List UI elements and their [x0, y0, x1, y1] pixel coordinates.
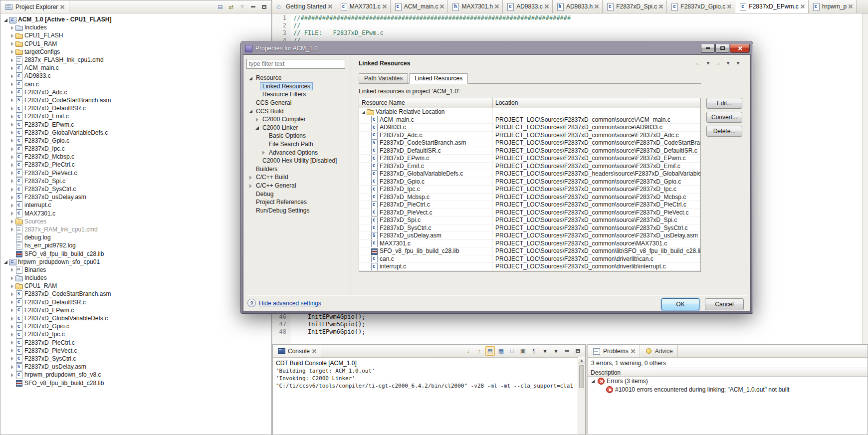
tree-item[interactable]: SFO_v8_fpu_lib_build_c28.lib	[0, 249, 271, 257]
twistie-icon[interactable]	[3, 259, 8, 264]
table-row[interactable]: F2837xD_Gpio.c PROJECT_LOC\Sources\F2837…	[359, 178, 700, 186]
view-menu-icon[interactable]	[237, 2, 247, 11]
tree-item[interactable]: SFO_v8_fpu_lib_build_c28.lib	[0, 379, 271, 387]
table-row[interactable]: SFO_v8_fpu_lib_build_c28.lib PROJECT_LOC…	[359, 247, 700, 255]
table-row[interactable]: interrupt.c PROJECT_LOC\Sources\F2837xD_…	[359, 263, 700, 271]
tree-item[interactable]: F2837xD_Spi.c	[0, 177, 271, 185]
tree-item[interactable]: interrupt.c	[0, 201, 271, 209]
table-row[interactable]: F2837xD_Emif.c PROJECT_LOC\Sources\F2837…	[359, 163, 700, 171]
project-explorer-tab[interactable]: Project Explorer	[0, 0, 69, 13]
show-console-on-output-icon[interactable]	[485, 346, 495, 356]
tree-item[interactable]: F2837xD_Gpio.c	[0, 137, 271, 145]
dialog-title-bar[interactable]: Properties for ACM_1.0	[243, 43, 751, 54]
help-icon[interactable]: ?	[247, 299, 256, 307]
problems-tab[interactable]: Problems	[588, 345, 640, 357]
twistie-icon[interactable]	[254, 125, 260, 130]
tree-item[interactable]: F2837xD_EPwm.c	[0, 120, 271, 128]
twistie-icon[interactable]	[248, 191, 253, 197]
view-menu-icon[interactable]	[734, 58, 742, 67]
close-icon[interactable]	[60, 5, 64, 9]
advice-tab[interactable]: Advice	[640, 345, 678, 357]
twistie-icon[interactable]	[9, 307, 15, 313]
twistie-icon[interactable]	[254, 158, 260, 164]
twistie-icon[interactable]	[248, 175, 253, 180]
tree-item[interactable]: can.c	[0, 80, 271, 88]
cancel-button[interactable]: Cancel	[705, 298, 744, 310]
editor-tab[interactable]: Getting Started	[272, 0, 336, 13]
nav-tree-item[interactable]: CCS Build	[245, 107, 349, 115]
editor-tab[interactable]: F2837xD_Spi.c	[603, 0, 667, 13]
editor-tab[interactable]: AD9833.h	[553, 0, 603, 13]
close-icon[interactable]	[801, 4, 805, 8]
table-row[interactable]: F2837xD_Spi.c PROJECT_LOC\Sources\F2837x…	[359, 217, 700, 224]
twistie-icon[interactable]	[361, 109, 366, 115]
close-icon[interactable]	[312, 349, 316, 353]
twistie-icon[interactable]	[9, 243, 15, 248]
table-row[interactable]: F2837xD_Ipc.c PROJECT_LOC\Sources\F2837x…	[359, 186, 700, 194]
nav-tree-item[interactable]: C2000 Hex Utility [Disabled]	[245, 157, 349, 165]
close-icon[interactable]	[659, 4, 663, 8]
table-row[interactable]: F2837xD_SysCtrl.c PROJECT_LOC\Sources\F2…	[359, 224, 700, 232]
twistie-icon[interactable]	[9, 114, 15, 119]
twistie-icon[interactable]	[9, 356, 15, 361]
word-wrap-icon[interactable]	[529, 346, 539, 356]
tree-item[interactable]: F2837xD_DefaultISR.c	[0, 104, 271, 112]
nav-tree-item[interactable]: Builders	[245, 165, 349, 174]
twistie-icon[interactable]	[9, 170, 15, 176]
table-row[interactable]: AD9833.c PROJECT_LOC\Sources\F2837xD_com…	[359, 124, 700, 132]
twistie-icon[interactable]	[254, 83, 260, 89]
twistie-icon[interactable]	[9, 49, 15, 54]
line-number[interactable]: 47	[272, 321, 290, 328]
twistie-icon[interactable]	[9, 203, 15, 208]
twistie-icon[interactable]	[248, 100, 253, 106]
twistie-icon[interactable]	[9, 130, 15, 135]
twistie-icon[interactable]	[9, 146, 15, 152]
tree-item[interactable]: F2837xD_EPwm.c	[0, 306, 271, 314]
convert-button[interactable]: Convert...	[706, 112, 742, 123]
editor-tab[interactable]: MAX7301.c	[336, 0, 391, 13]
tree-item[interactable]: F2837xD_usDelay.asm	[0, 363, 271, 371]
twistie-icon[interactable]	[9, 122, 15, 127]
tree-item[interactable]: F2837xD_SysCtrl.c	[0, 355, 271, 363]
clear-console-icon[interactable]	[507, 346, 517, 356]
tree-item[interactable]: F2837xD_PieCtrl.c	[0, 339, 271, 347]
problem-row[interactable]: #10010 errors encountered during linking…	[588, 385, 868, 394]
nav-tree-item[interactable]: Resource	[245, 74, 349, 82]
edit-button[interactable]: Edit...	[706, 98, 742, 109]
table-row[interactable]: F2837xD_Mcbsp.c PROJECT_LOC\Sources\F283…	[359, 194, 700, 202]
twistie-icon[interactable]	[9, 195, 15, 200]
tree-item[interactable]: debug.log	[0, 233, 271, 241]
editor-tab[interactable]: ACM_main.c	[391, 0, 448, 13]
tree-content-divider[interactable]	[351, 55, 351, 295]
scroll-lock-icon[interactable]	[518, 346, 528, 356]
twistie-icon[interactable]	[9, 73, 15, 79]
new-console-menu-icon[interactable]	[540, 346, 550, 356]
back-menu-icon[interactable]	[704, 58, 712, 67]
tree-item[interactable]: F2837xD_Emif.c	[0, 112, 271, 120]
close-button[interactable]	[730, 44, 750, 53]
nav-tree-item[interactable]: C/C++ Build	[245, 173, 349, 182]
column-resource-name[interactable]: Resource Name	[359, 98, 493, 108]
twistie-icon[interactable]	[9, 211, 15, 216]
table-row[interactable]: F2837xD_CodeStartBranch.asm PROJECT_LOC\…	[359, 139, 700, 147]
nav-tree-item[interactable]: Project References	[245, 198, 349, 207]
twistie-icon[interactable]	[9, 316, 15, 321]
close-icon[interactable]	[328, 4, 332, 8]
twistie-icon[interactable]	[3, 17, 8, 22]
pin-console-icon[interactable]	[496, 346, 506, 356]
nav-tree-item[interactable]: Linked Resources	[245, 82, 349, 91]
table-row[interactable]: F2837xD_Adc.c PROJECT_LOC\Sources\F2837x…	[359, 132, 700, 140]
twistie-icon[interactable]	[9, 324, 15, 329]
tree-item[interactable]: Includes	[0, 274, 271, 282]
hide-advanced-settings-link[interactable]: Hide advanced settings	[259, 300, 321, 307]
tree-item[interactable]: F2837xD_SysCtrl.c	[0, 185, 271, 193]
twistie-icon[interactable]	[9, 372, 15, 378]
twistie-icon[interactable]	[254, 92, 260, 97]
tree-item[interactable]: F2837xD_CodeStartBranch.asm	[0, 96, 271, 104]
tree-item[interactable]: F2837xD_Ipc.c	[0, 145, 271, 153]
table-row[interactable]: F2837xD_usDelay.asm PROJECT_LOC\Sources\…	[359, 232, 700, 240]
collapse-all-icon[interactable]	[216, 2, 225, 11]
tree-item[interactable]: F2837xD_Gpio.c	[0, 322, 271, 330]
twistie-icon[interactable]	[9, 218, 15, 224]
delete-button[interactable]: Delete...	[706, 126, 742, 137]
